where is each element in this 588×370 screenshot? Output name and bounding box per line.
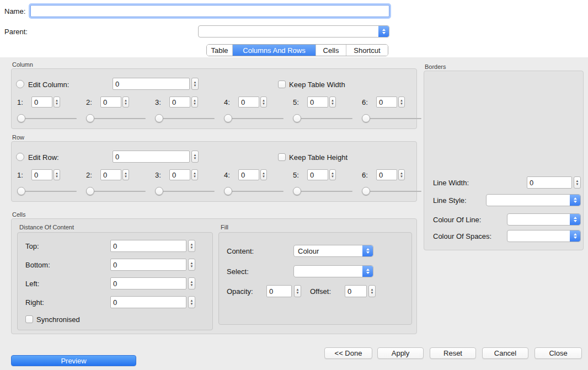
slider-thumb[interactable] (224, 187, 232, 195)
keep-table-height-label: Keep Table Height (289, 153, 348, 162)
row-field-6-input[interactable] (376, 169, 397, 180)
cells-group-title: Cells (12, 211, 25, 218)
column-slider-1[interactable] (17, 114, 77, 123)
slider-thumb[interactable] (155, 187, 163, 195)
row-slider-3[interactable] (155, 187, 215, 196)
slider-thumb[interactable] (362, 187, 370, 195)
column-field-5-stepper[interactable]: ▲▼ (329, 96, 336, 108)
column-field-1-input[interactable] (31, 96, 52, 108)
preview-button[interactable]: Preview (11, 355, 136, 366)
column-field-3-input[interactable] (169, 96, 190, 108)
column-slider-5[interactable] (293, 114, 352, 123)
slider-thumb[interactable] (362, 114, 370, 122)
slider-thumb[interactable] (86, 187, 94, 195)
row-slider-4[interactable] (224, 187, 284, 196)
column-field-6-input[interactable] (376, 96, 397, 108)
edit-row-input[interactable] (113, 151, 190, 163)
fill-offset-stepper[interactable]: ▲▼ (368, 285, 376, 297)
row-field-3-stepper[interactable]: ▲▼ (191, 169, 198, 180)
keep-table-height-checkbox[interactable] (278, 153, 286, 161)
edit-row-radio[interactable] (16, 153, 24, 161)
name-input[interactable] (30, 5, 389, 17)
column-field-3: 3: ▲▼ (155, 96, 198, 108)
synchronised-checkbox[interactable] (25, 315, 33, 323)
row-field-5-input[interactable] (307, 169, 328, 180)
fill-content-dropdown[interactable]: Colour (293, 245, 373, 257)
column-slider-6[interactable] (362, 114, 421, 123)
distance-right-stepper[interactable]: ▲▼ (188, 296, 195, 308)
row-field-2-input[interactable] (100, 169, 121, 180)
column-slider-4[interactable] (224, 114, 284, 123)
slider-thumb[interactable] (17, 187, 25, 195)
tab-columns-and-rows[interactable]: Columns And Rows (233, 45, 316, 56)
row-field-5-stepper[interactable]: ▲▼ (329, 169, 336, 180)
distance-right-input[interactable] (110, 296, 186, 308)
column-slider-2[interactable] (86, 114, 146, 123)
column-field-3-stepper[interactable]: ▲▼ (191, 96, 198, 108)
slider-track (224, 191, 284, 192)
column-field-6-stepper[interactable]: ▲▼ (398, 96, 405, 108)
slider-thumb[interactable] (17, 114, 25, 122)
line-width-input[interactable] (527, 176, 572, 189)
column-field-4-input[interactable] (238, 96, 259, 108)
row-field-1-input[interactable] (31, 169, 52, 180)
preview-button-label: Preview (61, 357, 86, 365)
distance-left-stepper[interactable]: ▲▼ (188, 277, 195, 289)
colour-of-spaces-dropdown[interactable] (507, 230, 581, 242)
distance-bottom-input[interactable] (110, 259, 186, 271)
row-field-1-stepper[interactable]: ▲▼ (54, 169, 60, 180)
edit-column-input[interactable] (113, 78, 190, 90)
colour-of-line-dropdown[interactable] (507, 213, 581, 226)
slider-thumb[interactable] (293, 187, 301, 195)
slider-thumb[interactable] (155, 114, 163, 122)
slider-track (17, 118, 77, 119)
column-field-1-stepper[interactable]: ▲▼ (54, 96, 60, 108)
edit-column-stepper[interactable]: ▲ ▼ (191, 78, 199, 90)
row-field-2-stepper[interactable]: ▲▼ (122, 169, 129, 180)
fill-select-dropdown[interactable] (293, 265, 373, 277)
cancel-button-label: Cancel (494, 349, 516, 357)
edit-column-radio[interactable] (16, 80, 24, 88)
distance-bottom-stepper[interactable]: ▲▼ (188, 259, 195, 271)
distance-top-stepper[interactable]: ▲▼ (188, 240, 195, 252)
distance-left-input[interactable] (110, 277, 186, 289)
tab-cells[interactable]: Cells (316, 45, 346, 56)
row-field-3-input[interactable] (169, 169, 190, 180)
keep-table-width-checkbox[interactable] (278, 81, 286, 88)
fill-opacity-stepper[interactable]: ▲▼ (294, 285, 301, 297)
stepper-down-icon: ▼ (371, 291, 374, 294)
distance-top-input[interactable] (110, 240, 186, 252)
column-field-5-input[interactable] (307, 96, 328, 108)
close-button[interactable]: Close (534, 347, 582, 359)
row-field-4-stepper[interactable]: ▲▼ (260, 169, 267, 180)
tab-table[interactable]: Table (207, 45, 233, 56)
tab-shortcut[interactable]: Shortcut (346, 45, 388, 56)
line-style-dropdown[interactable] (486, 194, 581, 206)
tab-columns-and-rows-label: Columns And Rows (243, 46, 305, 55)
apply-button[interactable]: Apply (377, 347, 424, 359)
row-field-4-input[interactable] (238, 169, 259, 180)
column-slider-3[interactable] (155, 114, 215, 123)
slider-thumb[interactable] (224, 114, 232, 122)
row-slider-1[interactable] (17, 187, 77, 196)
row-slider-2[interactable] (86, 187, 146, 196)
cancel-button[interactable]: Cancel (482, 347, 528, 359)
edit-row-stepper[interactable]: ▲ ▼ (191, 151, 199, 163)
column-field-2-input[interactable] (100, 96, 121, 108)
row-slider-5[interactable] (293, 187, 352, 196)
row-field-6-stepper[interactable]: ▲▼ (398, 169, 405, 180)
stepper-down-icon: ▼ (190, 246, 194, 249)
column-field-5-label: 5: (293, 98, 307, 106)
slider-thumb[interactable] (293, 114, 301, 122)
column-field-4-stepper[interactable]: ▲▼ (260, 96, 267, 108)
row-slider-6[interactable] (362, 187, 421, 196)
column-field-2-stepper[interactable]: ▲▼ (122, 96, 129, 108)
slider-thumb[interactable] (86, 114, 94, 122)
stepper-down-icon: ▼ (296, 291, 300, 294)
fill-offset-input[interactable] (345, 285, 367, 297)
fill-opacity-input[interactable] (266, 285, 292, 297)
line-width-stepper[interactable]: ▲▼ (574, 176, 581, 189)
done-button[interactable]: << Done (324, 347, 372, 359)
reset-button[interactable]: Reset (430, 347, 476, 359)
parent-dropdown[interactable] (198, 25, 389, 37)
